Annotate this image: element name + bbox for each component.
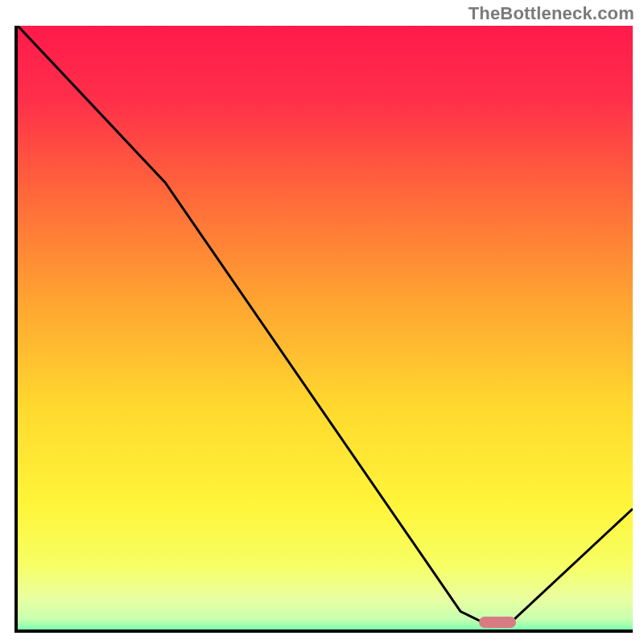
chart-container: TheBottleneck.com [0,0,644,644]
bottleneck-curve [18,26,633,630]
plot-area [14,26,633,633]
optimal-range-marker [479,617,516,628]
curve-path [18,26,633,624]
watermark-text: TheBottleneck.com [469,3,634,24]
